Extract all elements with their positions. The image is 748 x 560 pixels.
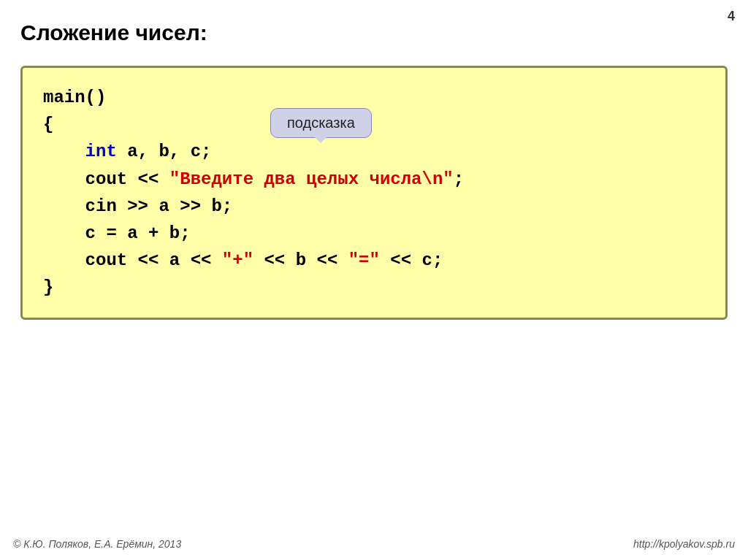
tooltip-bubble: подсказка <box>270 108 372 138</box>
code-line-8: } <box>43 274 705 301</box>
code-line-6: c = a + b; <box>43 220 705 247</box>
footer-left: © К.Ю. Поляков, Е.А. Ерёмин, 2013 <box>13 538 181 550</box>
string-plus: "+" <box>222 250 253 270</box>
string-input: "Введите два целых числа\n" <box>169 169 454 189</box>
code-line-5: cin >> a >> b; <box>43 193 705 220</box>
code-line-4: cout << "Введите два целых числа\n"; <box>43 166 705 193</box>
tooltip-container: подсказка <box>270 108 372 138</box>
code-line-2: { <box>43 111 705 138</box>
string-equals: "=" <box>348 250 380 270</box>
code-line-3: int a, b, c; <box>43 138 705 165</box>
keyword-int: int <box>85 142 117 161</box>
code-line-3-post: a, b, c; <box>117 142 212 161</box>
code-line-1: main() <box>43 84 705 111</box>
page-number: 4 <box>728 9 735 24</box>
code-line-7: cout << a << "+" << b << "=" << c; <box>43 247 705 274</box>
footer: © К.Ю. Поляков, Е.А. Ерёмин, 2013 http:/… <box>0 538 748 550</box>
page-title: Сложение чисел: <box>20 20 207 45</box>
footer-right: http://kpolyakov.spb.ru <box>633 538 735 550</box>
code-block: main() { int a, b, c; cout << "Введите д… <box>20 66 728 320</box>
